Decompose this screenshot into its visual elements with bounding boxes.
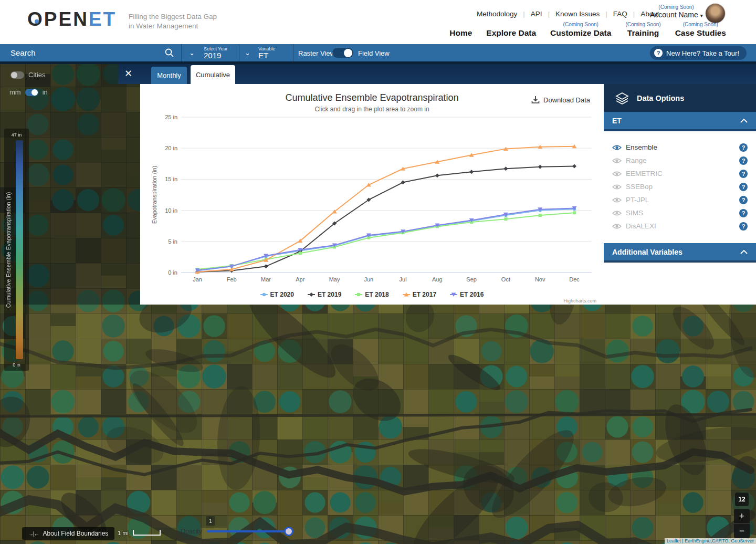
download-data-button[interactable]: Download Data — [531, 96, 590, 104]
help-icon[interactable]: ? — [739, 183, 748, 191]
coming-soon-label: (Coming Soon) — [550, 22, 611, 28]
et-model-label: DisALEXI — [626, 222, 656, 230]
logo-text-et: ET — [89, 8, 117, 30]
unit-in-label: in — [43, 88, 48, 96]
chart-top-bar: ✕ Monthly Cumulative — [118, 64, 756, 84]
help-icon[interactable]: ? — [739, 222, 748, 231]
triangle-marker-icon — [403, 291, 410, 298]
et-model-label: PT-JPL — [626, 196, 649, 204]
close-icon[interactable]: ✕ — [124, 68, 132, 79]
avatar[interactable] — [706, 4, 725, 23]
opacity-slider[interactable] — [207, 530, 291, 532]
about-field-boundaries-button[interactable]: →|← About Field Boundaries — [22, 527, 114, 540]
unit-control: mm in — [9, 88, 48, 96]
chevron-up-icon — [740, 250, 748, 254]
top-nav-link[interactable]: API — [531, 10, 542, 18]
sidebar-header: Data Options — [604, 84, 756, 112]
openet-app: OPENET Filling the Biggest Data Gap in W… — [0, 0, 756, 544]
cities-toggle[interactable] — [10, 71, 24, 79]
zoom-in-button[interactable]: + — [734, 509, 750, 524]
et-model-row-disalexi[interactable]: DisALEXI? — [604, 219, 756, 233]
svg-text:20 in: 20 in — [165, 145, 177, 151]
et-model-row-range[interactable]: Range? — [604, 154, 756, 167]
sidebar-title: Data Options — [637, 94, 684, 102]
download-icon — [531, 96, 540, 104]
et-model-row-ensemble[interactable]: Ensemble? — [604, 141, 756, 154]
toggle-knob — [344, 49, 352, 57]
top-nav-link[interactable]: Methodology — [477, 10, 517, 18]
et-model-row-pt-jpl[interactable]: PT-JPL? — [604, 193, 756, 206]
zoom-level-badge: 12 — [735, 493, 749, 506]
help-icon[interactable]: ? — [739, 143, 748, 152]
svg-text:May: May — [329, 276, 340, 283]
coming-soon-label — [449, 22, 472, 28]
divider — [181, 44, 182, 61]
svg-text:Aug: Aug — [432, 276, 443, 283]
main-nav-label: Customize Data — [550, 28, 611, 38]
main-nav-item[interactable]: (Coming Soon)Customize Data — [550, 22, 611, 38]
openet-logo[interactable]: OPENET — [27, 8, 117, 30]
legend-item-et-2019[interactable]: ET 2019 — [308, 291, 341, 298]
tab-cumulative[interactable]: Cumulative — [191, 65, 235, 84]
help-icon[interactable]: ? — [739, 156, 748, 165]
account-menu[interactable]: (Coming Soon) Account Name ▾ — [650, 4, 702, 19]
zoom-out-button[interactable]: − — [734, 524, 750, 538]
circle-marker-icon — [260, 291, 268, 298]
main-nav-item[interactable]: Home — [449, 22, 472, 38]
coming-soon-label: (Coming Soon) — [675, 22, 726, 28]
svg-text:Dec: Dec — [569, 276, 580, 283]
eye-icon — [612, 197, 622, 203]
main-nav-item[interactable]: Explore Data — [486, 22, 536, 38]
main-nav-item[interactable]: (Coming Soon)Training — [625, 22, 660, 38]
opacity-value-tooltip: 1 — [206, 516, 215, 526]
svg-text:Apr: Apr — [296, 276, 304, 283]
select-year-dropdown[interactable]: 2019 — [204, 51, 221, 60]
account-name: Account Name ▾ — [650, 11, 702, 19]
eye-icon — [612, 184, 622, 190]
et-model-row-sims[interactable]: SIMS? — [604, 206, 756, 219]
top-nav-link[interactable]: Known Issues — [555, 10, 600, 18]
legend-item-et-2016[interactable]: ET 2016 — [450, 291, 484, 298]
et-model-label: SIMS — [626, 209, 643, 217]
eye-icon — [612, 144, 622, 151]
help-icon[interactable]: ? — [739, 170, 748, 178]
svg-text:Mar: Mar — [261, 276, 271, 283]
opacity-slider-knob[interactable] — [284, 527, 293, 536]
sidebar-filler — [604, 263, 756, 305]
legend-item-et-2020[interactable]: ET 2020 — [260, 291, 294, 298]
tab-monthly[interactable]: Monthly — [151, 67, 187, 84]
triangle-down-marker-icon — [450, 291, 457, 298]
search-input[interactable]: Search — [10, 48, 36, 57]
main-nav-item[interactable]: (Coming Soon)Case Studies — [675, 22, 726, 38]
legend-item-et-2017[interactable]: ET 2017 — [403, 291, 436, 298]
svg-text:Jul: Jul — [400, 276, 407, 283]
field-view-label: Field View — [358, 49, 390, 57]
colorbar-min: 0 in — [4, 362, 29, 368]
section-et-header[interactable]: ET — [604, 112, 756, 131]
legend-item-et-2018[interactable]: ET 2018 — [355, 291, 388, 298]
top-nav-link[interactable]: FAQ — [613, 10, 627, 18]
et-model-row-eemetric[interactable]: EEMETRIC? — [604, 167, 756, 180]
app-header: OPENET Filling the Biggest Data Gap in W… — [0, 0, 756, 44]
highcharts-credit[interactable]: Highcharts.com — [563, 298, 596, 304]
et-model-row-ssebop[interactable]: SSEBop? — [604, 180, 756, 193]
data-options-sidebar: Data Options ET Ensemble?Range?EEMETRIC?… — [604, 84, 756, 305]
variable-dropdown[interactable]: ET — [258, 51, 268, 60]
view-mode-toggle[interactable] — [332, 48, 353, 58]
take-a-tour-button[interactable]: ? New Here? Take a Tour! — [650, 46, 747, 60]
help-icon[interactable]: ? — [739, 196, 748, 204]
divider: | — [523, 10, 525, 18]
main-nav-label: Case Studies — [675, 28, 726, 38]
help-icon[interactable]: ? — [739, 209, 748, 217]
search-icon[interactable] — [164, 48, 174, 58]
eye-icon — [612, 171, 622, 177]
section-additional-variables-header[interactable]: Additional Variables — [604, 243, 756, 263]
unit-mm-label: mm — [9, 88, 21, 96]
unit-toggle[interactable] — [25, 89, 38, 96]
map-attribution[interactable]: Leaflet | EarthEngine,CARTO, GeoServer — [665, 538, 756, 544]
et-line-chart[interactable]: 0 in5 in10 in15 in20 in25 inJanFebMarApr… — [140, 84, 604, 305]
eye-icon — [612, 158, 622, 164]
eye-icon — [612, 223, 622, 229]
layers-icon — [615, 92, 629, 104]
divider — [239, 44, 239, 61]
